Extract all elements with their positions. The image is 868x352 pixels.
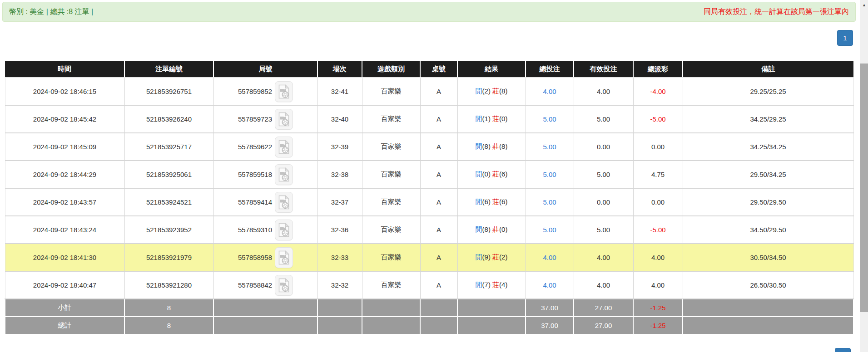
header-total-bet: 總投注 (526, 61, 574, 78)
result-banker-score: (8) (499, 142, 507, 150)
cell-time: 2024-09-02 18:45:09 (5, 133, 124, 161)
cell-valid-bet: 4.00 (574, 244, 633, 271)
video-replay-button[interactable] (275, 164, 293, 185)
table-row[interactable]: 2024-09-02 18:45:09 521853925717 5578596… (5, 133, 853, 161)
subtotal-payout: -1.25 (633, 299, 683, 317)
total-count: 8 (124, 317, 213, 334)
scrollbar-up-arrow-icon[interactable]: ▲ (860, 1, 868, 9)
result-player-label: 閒 (476, 253, 482, 261)
subtotal-label: 小計 (5, 299, 124, 317)
cell-total-bet: 5.00 (526, 161, 574, 188)
round-id-text: 557859310 (238, 226, 272, 234)
cell-payout: 4.00 (633, 271, 683, 299)
video-replay-button[interactable] (275, 109, 293, 130)
currency-summary-text: 幣別 : 美金 | 總共 :8 注單 | (9, 7, 93, 17)
video-replay-button[interactable] (275, 81, 293, 102)
cell-session: 32-36 (317, 216, 362, 244)
result-player-score: (9) (482, 253, 491, 261)
cell-total-bet: 5.00 (526, 105, 574, 133)
cell-game-type: 百家樂 (362, 133, 420, 161)
subtotal-count: 8 (124, 299, 213, 317)
cell-session: 32-41 (317, 78, 362, 105)
table-row[interactable]: 2024-09-02 18:43:24 521853923952 5578593… (5, 216, 853, 244)
cell-payout: -5.00 (633, 216, 683, 244)
cell-table-no: A (420, 105, 457, 133)
table-row[interactable]: 2024-09-02 18:41:30 521853921979 5578589… (5, 244, 853, 271)
cell-round-id: 557859723 (213, 105, 317, 133)
video-replay-button[interactable] (275, 220, 293, 240)
cell-payout: 4.00 (633, 244, 683, 271)
video-file-icon (278, 195, 290, 210)
table-row[interactable]: 2024-09-02 18:45:42 521853926240 5578597… (5, 105, 853, 133)
cell-valid-bet: 5.00 (574, 105, 633, 133)
video-file-icon (278, 250, 290, 265)
subtotal-valid-bet: 27.00 (574, 299, 633, 317)
cell-remark: 29.50/34.25 (683, 161, 853, 188)
video-file-icon (278, 278, 290, 293)
result-player-score: (8) (482, 142, 491, 150)
result-banker-label: 莊 (492, 170, 499, 178)
cell-table-no: A (420, 271, 457, 299)
cell-session: 32-40 (317, 105, 362, 133)
cell-total-bet: 4.00 (526, 244, 574, 271)
cell-total-bet: 4.00 (526, 78, 574, 105)
subtotal-total-bet: 37.00 (526, 299, 574, 317)
result-player-score: (7) (482, 281, 491, 288)
cell-round-id: 557859852 (213, 78, 317, 105)
result-player-label: 閒 (476, 198, 482, 205)
result-banker-label: 莊 (492, 225, 499, 233)
cell-session: 32-32 (317, 271, 362, 299)
cell-round-id: 557858958 (213, 244, 317, 271)
bet-records-table: 時間 注單編號 局號 場次 遊戲類別 桌號 結果 總投注 有效投注 總派彩 備註… (5, 61, 854, 335)
cell-remark: 30.50/34.50 (683, 244, 853, 271)
round-id-text: 557859622 (238, 143, 272, 151)
cell-remark: 26.50/30.50 (683, 271, 853, 299)
cell-remark: 34.25/34.25 (683, 133, 853, 161)
cell-valid-bet: 4.00 (574, 78, 633, 105)
cell-table-no: A (420, 244, 457, 271)
total-payout: -1.25 (633, 317, 683, 334)
result-player-label: 閒 (476, 225, 482, 233)
cell-total-bet: 5.00 (526, 188, 574, 216)
video-replay-button[interactable] (275, 247, 293, 268)
round-id-text: 557859414 (238, 198, 272, 206)
cell-time: 2024-09-02 18:43:24 (5, 216, 124, 244)
video-replay-button[interactable] (275, 137, 293, 157)
scrollbar-thumb[interactable] (860, 64, 868, 312)
cell-bet-id: 521853923952 (124, 216, 213, 244)
cell-result: 閒(7) 莊(4) (457, 271, 526, 299)
cell-remark: 29.50/29.50 (683, 188, 853, 216)
table-row[interactable]: 2024-09-02 18:44:29 521853925061 5578595… (5, 161, 853, 188)
table-row[interactable]: 2024-09-02 18:43:57 521853924521 5578594… (5, 188, 853, 216)
header-time: 時間 (5, 61, 124, 78)
cell-round-id: 557859414 (213, 188, 317, 216)
result-banker-label: 莊 (492, 142, 499, 150)
cell-bet-id: 521853924521 (124, 188, 213, 216)
table-row[interactable]: 2024-09-02 18:46:15 521853926751 5578598… (5, 78, 853, 105)
header-game-type: 遊戲類別 (362, 61, 420, 78)
video-replay-button[interactable] (275, 192, 293, 213)
table-row[interactable]: 2024-09-02 18:40:47 521853921280 5578588… (5, 271, 853, 299)
table-header-row: 時間 注單編號 局號 場次 遊戲類別 桌號 結果 總投注 有效投注 總派彩 備註 (5, 61, 853, 78)
scrollbar[interactable]: ▲ (860, 0, 868, 352)
cell-total-bet: 5.00 (526, 133, 574, 161)
cell-table-no: A (420, 78, 457, 105)
video-file-icon (278, 112, 290, 127)
result-player-score: (2) (482, 87, 491, 95)
cell-result: 閒(8) 莊(0) (457, 216, 526, 244)
result-player-score: (8) (482, 225, 491, 233)
cell-valid-bet: 4.00 (574, 271, 633, 299)
cell-game-type: 百家樂 (362, 271, 420, 299)
cell-payout: -4.00 (633, 78, 683, 105)
round-id-text: 557859518 (238, 171, 272, 178)
cell-game-type: 百家樂 (362, 216, 420, 244)
cell-bet-id: 521853925717 (124, 133, 213, 161)
cell-payout: 4.75 (633, 161, 683, 188)
cell-time: 2024-09-02 18:44:29 (5, 161, 124, 188)
result-player-label: 閒 (476, 87, 482, 95)
pagination-page-1-bottom[interactable]: 1 (835, 348, 851, 352)
cell-time: 2024-09-02 18:45:42 (5, 105, 124, 133)
video-replay-button[interactable] (275, 275, 293, 296)
cell-table-no: A (420, 161, 457, 188)
pagination-page-1-top[interactable]: 1 (837, 30, 853, 46)
